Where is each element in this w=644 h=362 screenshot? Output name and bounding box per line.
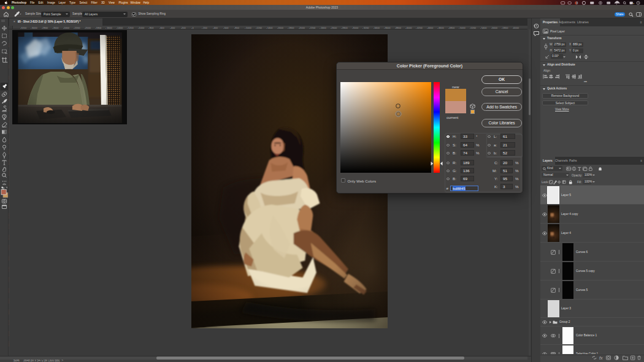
svg-text:fx: fx bbox=[599, 356, 603, 360]
